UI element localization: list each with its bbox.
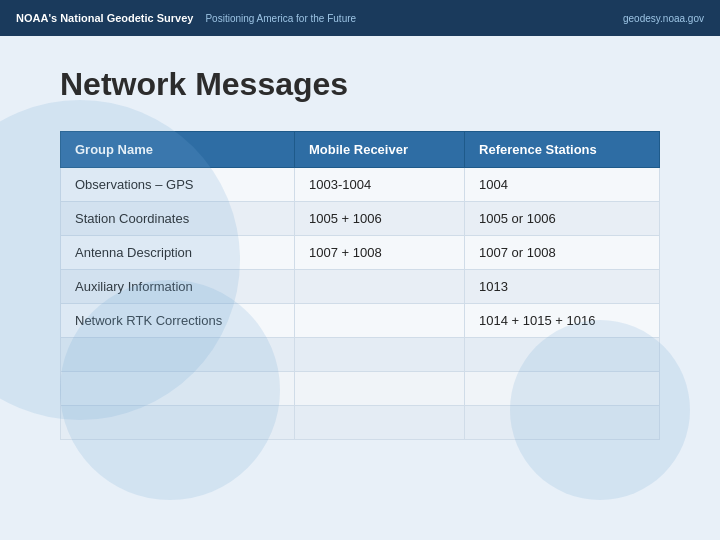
logo-text: NOAA's National Geodetic Survey xyxy=(16,12,193,24)
table-cell-mobile_receiver: 1003-1004 xyxy=(294,168,464,202)
page-title: Network Messages xyxy=(60,66,660,103)
header-url: geodesy.noaa.gov xyxy=(623,13,704,24)
table-cell-mobile_receiver xyxy=(294,304,464,338)
table-cell-reference_stations: 1005 or 1006 xyxy=(465,202,660,236)
table-cell-reference_stations: 1007 or 1008 xyxy=(465,236,660,270)
header-bar: NOAA's National Geodetic Survey Position… xyxy=(0,0,720,36)
table-cell-empty xyxy=(294,372,464,406)
table-cell-reference_stations: 1004 xyxy=(465,168,660,202)
table-cell-mobile_receiver xyxy=(294,270,464,304)
col-header-mobile-receiver: Mobile Receiver xyxy=(294,132,464,168)
header-logo: NOAA's National Geodetic Survey Position… xyxy=(16,12,356,24)
table-cell-empty xyxy=(294,406,464,440)
col-header-reference-stations: Reference Stations xyxy=(465,132,660,168)
table-cell-reference_stations: 1013 xyxy=(465,270,660,304)
table-cell-mobile_receiver: 1007 + 1008 xyxy=(294,236,464,270)
bg-decoration-2 xyxy=(60,280,280,500)
table-cell-empty xyxy=(294,338,464,372)
bg-decoration-3 xyxy=(510,320,690,500)
table-cell-mobile_receiver: 1005 + 1006 xyxy=(294,202,464,236)
logo-subtitle: Positioning America for the Future xyxy=(205,13,356,24)
